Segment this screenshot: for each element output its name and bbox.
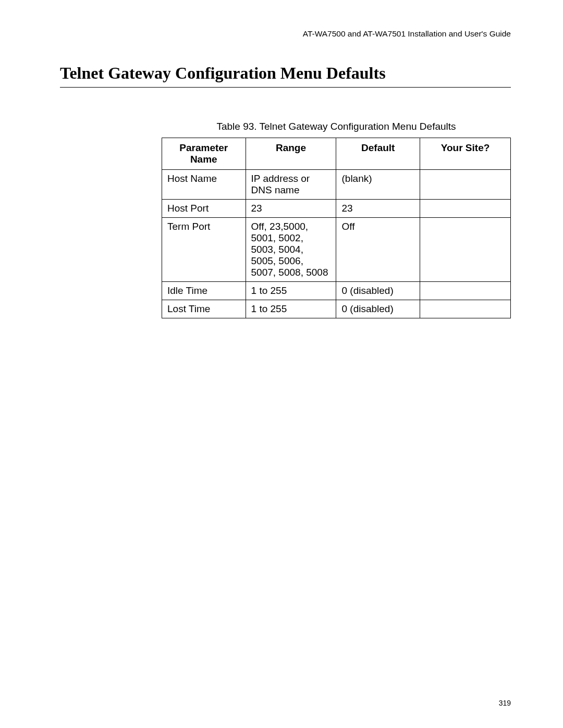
cell-range: 1 to 255	[246, 300, 336, 318]
title-rule	[60, 87, 511, 88]
table-row: Host Name IP address or DNS name (blank)	[162, 170, 511, 200]
cell-range: 1 to 255	[246, 282, 336, 300]
cell-default: 0 (disabled)	[336, 300, 420, 318]
cell-your-site	[420, 282, 511, 300]
running-header: AT-WA7500 and AT-WA7501 Installation and…	[60, 29, 511, 39]
cell-default: 23	[336, 200, 420, 218]
cell-your-site	[420, 218, 511, 282]
table-row: Lost Time 1 to 255 0 (disabled)	[162, 300, 511, 318]
cell-parameter: Term Port	[162, 218, 246, 282]
document-page: AT-WA7500 and AT-WA7501 Installation and…	[0, 0, 563, 728]
cell-range: 23	[246, 200, 336, 218]
col-header-range: Range	[246, 138, 336, 170]
cell-default: Off	[336, 218, 420, 282]
cell-default: (blank)	[336, 170, 420, 200]
cell-parameter: Host Name	[162, 170, 246, 200]
table-header-row: Parameter Name Range Default Your Site?	[162, 138, 511, 170]
table-area: Table 93. Telnet Gateway Configuration M…	[162, 121, 511, 318]
section-title: Telnet Gateway Configuration Menu Defaul…	[60, 64, 511, 83]
cell-parameter: Host Port	[162, 200, 246, 218]
cell-range: Off, 23,5000, 5001, 5002, 5003, 5004, 50…	[246, 218, 336, 282]
col-header-parameter: Parameter Name	[162, 138, 246, 170]
cell-parameter: Lost Time	[162, 300, 246, 318]
cell-your-site	[420, 300, 511, 318]
cell-default: 0 (disabled)	[336, 282, 420, 300]
col-header-default: Default	[336, 138, 420, 170]
table-caption: Table 93. Telnet Gateway Configuration M…	[162, 121, 511, 132]
table-row: Term Port Off, 23,5000, 5001, 5002, 5003…	[162, 218, 511, 282]
cell-your-site	[420, 170, 511, 200]
col-header-your-site: Your Site?	[420, 138, 511, 170]
table-row: Idle Time 1 to 255 0 (disabled)	[162, 282, 511, 300]
cell-your-site	[420, 200, 511, 218]
cell-parameter: Idle Time	[162, 282, 246, 300]
page-number: 319	[499, 699, 511, 707]
table-row: Host Port 23 23	[162, 200, 511, 218]
cell-range: IP address or DNS name	[246, 170, 336, 200]
config-defaults-table: Parameter Name Range Default Your Site? …	[162, 138, 511, 318]
